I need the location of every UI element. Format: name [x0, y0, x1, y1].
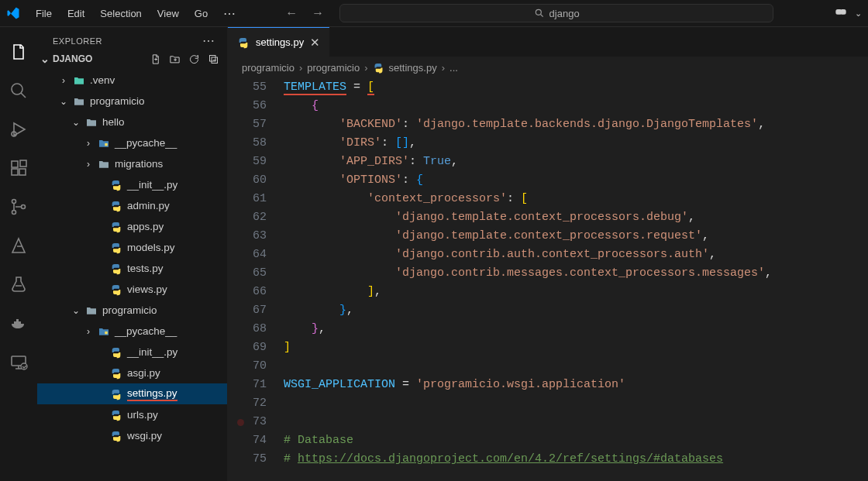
menu-edit[interactable]: Edit	[61, 5, 91, 22]
python-icon	[110, 283, 122, 296]
line-number: 72	[228, 394, 267, 413]
tree-item---pycache--[interactable]: ›__pycache__	[37, 321, 227, 342]
line-number: 63	[228, 227, 267, 246]
tree-item-wsgi-py[interactable]: wsgi.py	[37, 425, 227, 446]
tree-item--venv[interactable]: ›.venv	[37, 70, 227, 91]
new-file-icon[interactable]	[150, 53, 161, 65]
source-control-icon[interactable]	[9, 198, 28, 216]
menu-view[interactable]: View	[151, 5, 185, 22]
python-icon	[110, 367, 122, 380]
code-line[interactable]: 'django.template.context_processors.debu…	[284, 208, 868, 227]
python-icon	[237, 36, 250, 49]
breadcrumb[interactable]: programicio › programicio › settings.py …	[228, 57, 868, 78]
code-line[interactable]: 'django.template.context_processors.requ…	[284, 227, 868, 246]
tree-item-programicio[interactable]: ⌄programicio	[37, 91, 227, 112]
tree-item---pycache--[interactable]: ›__pycache__	[37, 132, 227, 153]
chevron-right-icon: ›	[299, 62, 302, 74]
explorer-icon[interactable]	[9, 43, 28, 61]
testing-icon[interactable]	[9, 275, 28, 294]
line-number: 58	[228, 134, 267, 153]
explorer-sidebar: EXPLORER ⋯ ⌄ DJANGO ›.venv⌄programicio⌄h…	[37, 27, 228, 481]
python-icon	[110, 388, 122, 400]
breadcrumb-item[interactable]: programicio	[242, 62, 294, 74]
breadcrumb-item[interactable]: settings.py	[389, 62, 437, 74]
python-icon	[110, 221, 122, 233]
code-line[interactable]: ],	[284, 283, 868, 301]
folder-cache-icon	[98, 325, 110, 338]
close-icon[interactable]: ✕	[310, 36, 320, 50]
code-line[interactable]: },	[284, 320, 868, 338]
chevron-icon: ›	[59, 75, 68, 86]
tree-item-views-py[interactable]: views.py	[37, 279, 227, 300]
tree-item-migrations[interactable]: ›migrations	[37, 153, 227, 174]
azure-icon[interactable]	[9, 236, 28, 255]
code-line[interactable]: 'APP_DIRS': True,	[284, 153, 868, 171]
new-folder-icon[interactable]	[169, 53, 181, 65]
code-line[interactable]	[284, 413, 868, 431]
copilot-icon[interactable]	[833, 5, 849, 21]
python-icon	[110, 430, 122, 442]
tree-item-asgi-py[interactable]: asgi.py	[37, 362, 227, 383]
tree-item-settings-py[interactable]: settings.py	[37, 383, 227, 404]
line-number: 64	[228, 246, 267, 264]
code-line[interactable]: # https://docs.djangoproject.com/en/4.2/…	[284, 450, 868, 469]
breakpoint-icon[interactable]	[237, 419, 244, 426]
code-line[interactable]: ]	[284, 338, 868, 357]
code-line[interactable]: WSGI_APPLICATION = 'programicio.wsgi.app…	[284, 376, 868, 394]
collapse-all-icon[interactable]	[208, 53, 219, 65]
chevron-down-icon[interactable]: ⌄	[40, 53, 50, 65]
editor-region: settings.py ✕ programicio › programicio …	[228, 27, 868, 481]
file-tree[interactable]: ›.venv⌄programicio⌄hello›__pycache__›mig…	[37, 70, 227, 481]
search-icon[interactable]	[9, 81, 28, 100]
tree-item-label: apps.py	[127, 221, 164, 232]
code-line[interactable]: # Database	[284, 431, 868, 450]
code-line[interactable]: 'django.contrib.messages.context_process…	[284, 264, 868, 283]
activity-bar	[0, 27, 37, 481]
command-center-search[interactable]: django	[339, 4, 773, 22]
code-line[interactable]: {	[284, 97, 868, 115]
line-number: 60	[228, 171, 267, 190]
code-line[interactable]: 'DIRS': [],	[284, 134, 868, 153]
tree-item-programicio[interactable]: ⌄programicio	[37, 300, 227, 321]
python-icon	[373, 62, 384, 74]
code-line[interactable]: 'OPTIONS': {	[284, 171, 868, 190]
tree-item-urls-py[interactable]: urls.py	[37, 404, 227, 425]
code-line[interactable]: 'context_processors': [	[284, 190, 868, 208]
debug-icon[interactable]	[9, 120, 28, 139]
code-line[interactable]	[284, 357, 868, 376]
code-editor[interactable]: 5556575859606162636465666768697071727374…	[228, 78, 868, 481]
chevron-down-icon[interactable]: ⌄	[855, 9, 862, 19]
breadcrumb-item[interactable]: ...	[450, 62, 458, 74]
tree-item-models-py[interactable]: models.py	[37, 237, 227, 258]
code-line[interactable]	[284, 394, 868, 413]
extensions-icon[interactable]	[9, 159, 28, 177]
docker-icon[interactable]	[9, 314, 28, 332]
code-line[interactable]: 'BACKEND': 'django.template.backends.dja…	[284, 115, 868, 134]
tree-item-apps-py[interactable]: apps.py	[37, 216, 227, 237]
svg-line-1	[540, 15, 542, 17]
nav-back[interactable]: ←	[285, 6, 298, 20]
tree-item-hello[interactable]: ⌄hello	[37, 112, 227, 132]
tab-label: settings.py	[256, 36, 304, 48]
python-icon	[110, 263, 122, 275]
line-gutter[interactable]: 5556575859606162636465666768697071727374…	[228, 78, 284, 481]
menu-file[interactable]: File	[29, 5, 58, 22]
code-line[interactable]: },	[284, 301, 868, 320]
tree-item-tests-py[interactable]: tests.py	[37, 258, 227, 279]
tab-settings-py[interactable]: settings.py ✕	[228, 27, 329, 57]
refresh-icon[interactable]	[188, 53, 200, 65]
code-line[interactable]: 'django.contrib.auth.context_processors.…	[284, 246, 868, 264]
tree-item---init---py[interactable]: __init__.py	[37, 342, 227, 362]
menu-selection[interactable]: Selection	[94, 5, 147, 22]
remote-icon[interactable]	[9, 352, 28, 371]
menu-go[interactable]: Go	[188, 5, 214, 22]
code-lines[interactable]: TEMPLATES = [ { 'BACKEND': 'django.templ…	[284, 78, 868, 481]
breadcrumb-item[interactable]: programicio	[307, 62, 360, 74]
tree-item-admin-py[interactable]: admin.py	[37, 195, 227, 216]
explorer-more-icon[interactable]: ⋯	[202, 33, 215, 48]
menu-more[interactable]: ⋯	[217, 3, 243, 24]
nav-forward[interactable]: →	[312, 6, 324, 20]
code-line[interactable]: TEMPLATES = [	[284, 78, 868, 97]
tree-item---init---py[interactable]: __init__.py	[37, 174, 227, 195]
line-number: 75	[228, 450, 267, 469]
